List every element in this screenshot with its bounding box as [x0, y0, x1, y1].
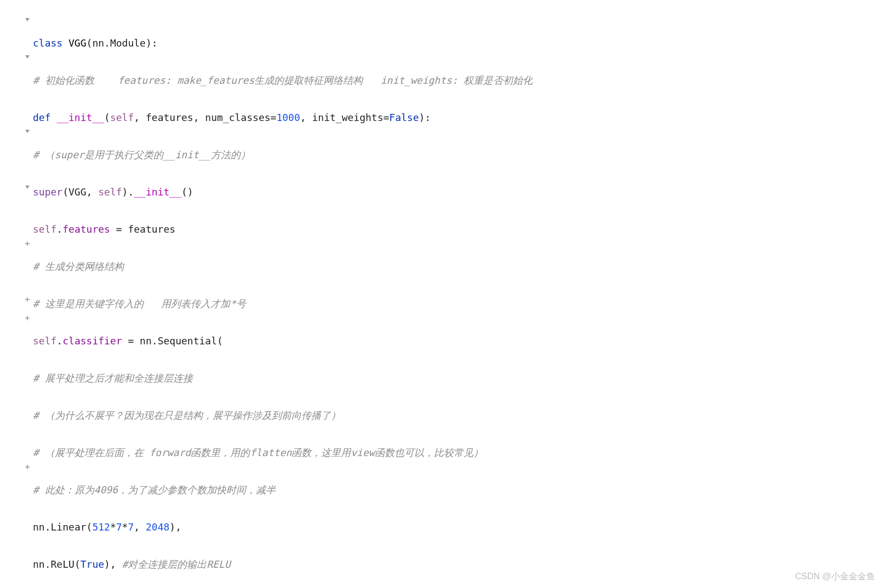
class-name: VGG: [68, 34, 87, 53]
method-name: __init__: [56, 108, 104, 127]
comment: #对全连接层的输出RELU: [122, 555, 231, 574]
code-line: # （展平处理在后面，在 forward函数里，用的flatten函数，这里用v…: [33, 443, 886, 462]
fold-icon[interactable]: [25, 129, 31, 136]
fold-icon[interactable]: [25, 241, 31, 247]
code-line: nn.Linear(512*7*7, 2048),: [33, 518, 886, 537]
module: nn: [140, 332, 152, 350]
code-line: # （为什么不展平？因为现在只是结构，展平操作涉及到前向传播了）: [33, 406, 886, 425]
call: ReLU: [51, 555, 75, 574]
comment: # （为什么不展平？因为现在只是结构，展平操作涉及到前向传播了）: [33, 406, 341, 425]
watermark: CSDN @小金金金鱼: [795, 571, 875, 583]
code-editor: class VGG(nn.Module): # 初始化函数 features: …: [0, 0, 886, 588]
comment: # （展平处理在后面，在 forward函数里，用的flatten函数，这里用v…: [33, 443, 483, 462]
self: self: [33, 220, 56, 239]
ident: features: [128, 220, 175, 239]
code-line: # 生成分类网络结构: [33, 257, 886, 276]
code-line: class VGG(nn.Module):: [33, 34, 886, 53]
code-line: self.features = features: [33, 220, 886, 239]
number: 512: [92, 518, 110, 537]
call: Sequential: [158, 332, 217, 350]
gutter: [0, 0, 33, 588]
comment: # 这里是用关键字传入的 用列表传入才加*号: [33, 295, 246, 313]
code-line: # 展平处理之后才能和全连接层连接: [33, 369, 886, 388]
keyword-def: def: [33, 108, 51, 127]
class-ref: VGG: [68, 183, 87, 201]
attr: features: [62, 220, 110, 239]
comment: # 展平处理之后才能和全连接层连接: [33, 369, 193, 388]
code-line: nn.ReLU(True), #对全连接层的输出RELU: [33, 555, 886, 574]
self: self: [98, 183, 122, 201]
code-line: # 此处：原为4096，为了减少参数个数加快时间，减半: [33, 481, 886, 499]
code-line: # （super是用于执行父类的__init__方法的）: [33, 146, 886, 164]
param: init_weights: [312, 108, 383, 127]
self: self: [33, 332, 56, 350]
number: 1000: [276, 108, 300, 127]
dunder: __init__: [134, 183, 181, 201]
module: nn: [33, 555, 45, 574]
comment: # 生成分类网络结构: [33, 257, 124, 276]
fold-icon[interactable]: [25, 297, 31, 303]
param-self: self: [110, 108, 134, 127]
param: features: [146, 108, 193, 127]
number: 7: [116, 518, 122, 537]
fold-icon[interactable]: [25, 18, 31, 24]
keyword-class: class: [33, 34, 62, 53]
fold-icon[interactable]: [25, 185, 31, 192]
bool: True: [81, 555, 104, 574]
code-line: def __init__(self, features, num_classes…: [33, 108, 886, 127]
code-line: # 初始化函数 features: make_features生成的提取特征网络…: [33, 71, 886, 90]
builtin: super: [33, 183, 62, 201]
base-class: nn.Module: [92, 34, 146, 53]
code-line: # 这里是用关键字传入的 用列表传入才加*号: [33, 295, 886, 313]
comment: # 初始化函数 features: make_features生成的提取特征网络…: [33, 71, 533, 90]
number: 7: [128, 518, 134, 537]
call: Linear: [51, 518, 87, 537]
attr: classifier: [62, 332, 122, 350]
code-line: super(VGG, self).__init__(): [33, 183, 886, 201]
param: num_classes: [205, 108, 270, 127]
fold-icon[interactable]: [25, 315, 31, 322]
comment: # （super是用于执行父类的__init__方法的）: [33, 146, 250, 164]
fold-icon[interactable]: [25, 55, 31, 61]
comment: # 此处：原为4096，为了减少参数个数加快时间，减半: [33, 481, 276, 499]
number: 2048: [146, 518, 169, 537]
bool: False: [389, 108, 419, 127]
code-area[interactable]: class VGG(nn.Module): # 初始化函数 features: …: [33, 0, 886, 588]
code-line: self.classifier = nn.Sequential(: [33, 332, 886, 350]
fold-icon[interactable]: [25, 464, 31, 471]
module: nn: [33, 518, 45, 537]
